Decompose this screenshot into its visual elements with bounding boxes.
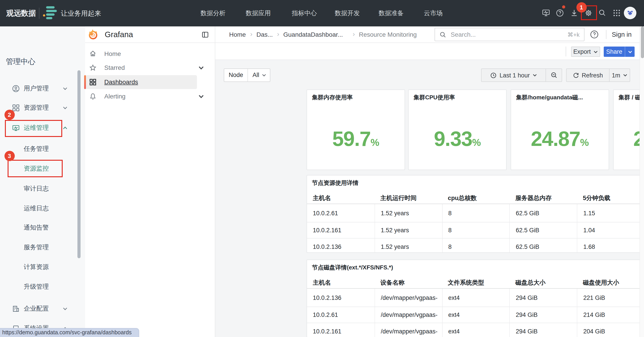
nav-item-data-analysis[interactable]: 数据分析 — [200, 0, 226, 26]
search-shortcut: ⌘+k — [568, 31, 584, 38]
chevron-down-icon — [63, 306, 68, 311]
chevron-down-icon[interactable] — [198, 94, 204, 99]
sidebar-title: 管理中心 — [6, 57, 35, 67]
sign-in-link[interactable]: Sign in — [612, 26, 632, 42]
column-header[interactable]: 磁盘总大小 — [510, 277, 577, 288]
nav-item-metric-center[interactable]: 指标中心 — [292, 0, 317, 26]
chevron-down-icon — [262, 73, 266, 78]
column-header[interactable]: 主机运行时间 — [374, 192, 442, 204]
stat-panel-cpu[interactable]: 集群CPU使用率 9.33% — [408, 90, 506, 170]
chevron-down-icon[interactable] — [198, 65, 204, 71]
chevron-down-icon — [63, 86, 68, 91]
share-split-button[interactable]: Share — [604, 46, 634, 57]
status-bar-url: https://demo.guandata.com/svc-grafana/da… — [0, 328, 139, 337]
sidebar-item-enterprise-config[interactable]: 企业配置 — [0, 302, 85, 315]
sidebar-item-ops-log[interactable]: 运维日志 — [0, 202, 85, 215]
nav-item-data-prep[interactable]: 数据准备 — [378, 0, 404, 26]
sidebar-item-audit-log[interactable]: 审计日志 — [0, 182, 85, 195]
export-button[interactable]: Export — [571, 46, 600, 57]
sidebar-item-user-management[interactable]: 用户管理 — [0, 82, 85, 95]
table-row: 10.0.2.161 /dev/mapper/vgpaas- ext4 294 … — [307, 323, 644, 337]
grafana-app-name: Grafana — [105, 26, 133, 42]
column-header[interactable]: 主机名 — [307, 192, 374, 204]
time-range-button[interactable]: Last 1 hour — [481, 68, 546, 82]
chevron-down-icon — [532, 73, 537, 78]
table-panel-node-disks[interactable]: 节点磁盘详情(ext.*/XFS/NFS.*) 主机名 设备名称 文件系统类型 … — [306, 260, 644, 337]
node-variable-picker[interactable]: Node All — [224, 68, 270, 82]
breadcrumb-separator: › — [250, 26, 252, 42]
zoom-out-icon — [550, 72, 558, 79]
sidebar-item-upgrade-management[interactable]: 升级管理 — [0, 280, 85, 294]
help-circle-icon[interactable] — [590, 30, 599, 39]
nav-item-data-apps[interactable]: 数据应用 — [246, 0, 271, 26]
search-icon[interactable] — [598, 9, 606, 17]
annotation-badge-3: 3 — [4, 150, 14, 161]
grafana-nav-menu: Home Starred Dashboards — [85, 43, 215, 337]
chevron-down-icon — [63, 106, 68, 110]
column-header[interactable]: 设备名称 — [374, 277, 442, 288]
guandata-logo-icon — [43, 5, 57, 21]
page-scrollbar-track[interactable] — [640, 26, 644, 337]
table-header-row: 主机名 设备名称 文件系统类型 磁盘总大小 磁盘使用大小 磁盘使用率 — [307, 277, 644, 289]
breadcrumb-current-page: Resource Monitoring — [359, 26, 417, 42]
refresh-button[interactable]: Refresh — [566, 68, 610, 82]
share-dropdown-button[interactable] — [625, 46, 634, 57]
clock-icon — [490, 72, 497, 78]
breadcrumb-dashboards[interactable]: Das... — [256, 26, 273, 42]
grafana-nav-home[interactable]: Home — [86, 46, 197, 60]
breadcrumb-separator: › — [277, 26, 279, 42]
variable-value-dropdown[interactable]: All — [248, 69, 270, 82]
grafana-search-box[interactable]: ⌘+k — [434, 28, 584, 41]
panel-title: 集群CPU使用率 — [414, 94, 455, 102]
dock-menu-icon[interactable] — [202, 31, 208, 38]
active-nav-indicator — [84, 75, 86, 89]
sidebar-scrollbar[interactable] — [78, 70, 80, 258]
column-header[interactable]: 磁盘使用大小 — [577, 277, 644, 288]
download-icon[interactable] — [570, 9, 578, 17]
dashboard-canvas: Node All Last 1 hour — [215, 60, 644, 337]
help-notification-dot — [562, 5, 565, 8]
page-scrollbar-thumb[interactable] — [641, 26, 644, 58]
grafana-nav-alerting[interactable]: Alerting — [86, 89, 197, 103]
monitor-screen-icon[interactable] — [542, 9, 550, 17]
refresh-icon — [573, 72, 579, 78]
grafana-frame: Grafana Home › Das... › GuandataDashboar… — [85, 26, 644, 337]
table-row: 10.0.2.161 1.52 years 8 62.5 GiB 1.04 9.… — [307, 222, 644, 238]
share-button[interactable]: Share — [604, 46, 625, 57]
variable-label: Node — [224, 69, 248, 82]
breadcrumb-home[interactable]: Home — [229, 26, 246, 42]
column-header[interactable]: cpu总核数 — [442, 192, 510, 204]
column-header[interactable]: 主机名 — [307, 277, 374, 288]
table-row: 10.0.2.136 1.52 years 8 62.5 GiB 1.68 12… — [307, 238, 644, 253]
zoom-out-time-button[interactable] — [546, 68, 562, 82]
sidebar-item-service-management[interactable]: 服务管理 — [0, 241, 85, 254]
help-icon[interactable] — [556, 9, 564, 17]
table-panel-node-resources[interactable]: 节点资源使用详情 主机名 主机运行时间 cpu总核数 服务器总内存 5分钟负载 … — [306, 175, 644, 253]
chevron-down-icon — [623, 73, 628, 78]
column-header[interactable]: 文件系统类型 — [442, 277, 510, 288]
header-divider — [606, 30, 606, 39]
panel-title: 节点资源使用详情 — [312, 179, 358, 187]
sidebar-item-compute-resources[interactable]: 计算资源 — [0, 260, 85, 274]
table-row: 10.0.2.61 /dev/mapper/vgpaas- ext4 294 G… — [307, 307, 644, 323]
brand-name: 观远数据 — [6, 0, 36, 26]
search-icon — [440, 31, 446, 38]
annotation-badge-2: 2 — [4, 110, 14, 120]
panel-title: 节点磁盘详情(ext.*/XFS/NFS.*) — [312, 264, 393, 272]
grafana-nav-starred[interactable]: Starred — [86, 61, 197, 74]
nav-item-cloud-market[interactable]: 云市场 — [424, 0, 442, 26]
nav-item-data-dev[interactable]: 数据开发 — [335, 0, 360, 26]
dashboard-toolbar: Export Share — [215, 43, 644, 60]
sidebar-item-notification-alert[interactable]: 通知告警 — [0, 221, 85, 234]
stat-panel-memory[interactable]: 集群内存使用率 59.7% — [306, 90, 405, 170]
grafana-nav-dashboards[interactable]: Dashboards — [86, 75, 197, 89]
bell-icon — [89, 92, 97, 100]
apps-grid-icon[interactable] — [614, 10, 622, 18]
breadcrumb-guandata-dashboard[interactable]: GuandataDashboar... — [283, 26, 343, 42]
refresh-interval-dropdown[interactable]: 1m — [609, 68, 630, 82]
search-input[interactable] — [450, 30, 568, 38]
avatar[interactable] — [624, 7, 636, 19]
stat-panel-home-disk[interactable]: 集群/home/guandata磁... 24.87% — [511, 90, 609, 170]
column-header[interactable]: 服务器总内存 — [510, 192, 577, 204]
column-header[interactable]: 5分钟负载 — [577, 192, 644, 204]
